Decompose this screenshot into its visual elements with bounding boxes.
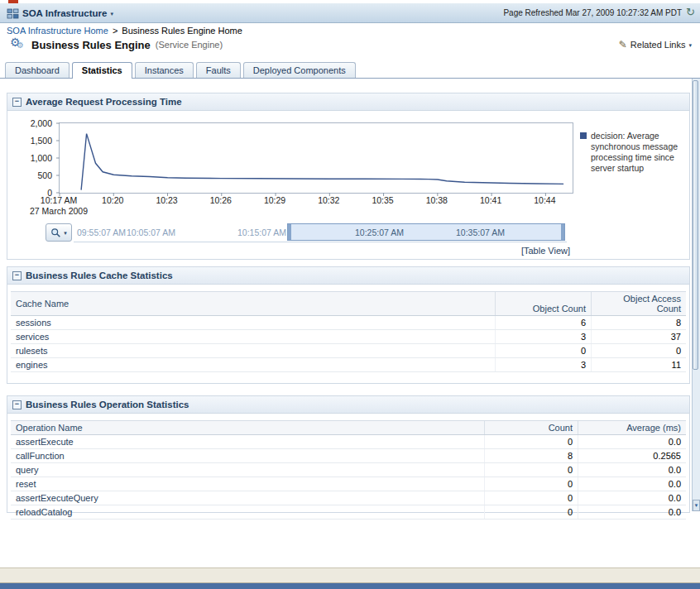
section-business-rules-operation-statistics: − Business Rules Operation Statistics Op…	[7, 395, 690, 513]
operation-table-header-row: Operation Name Count Average (ms)	[11, 421, 686, 435]
average-cell: 0.0	[578, 491, 687, 505]
average-cell: 0.0	[578, 463, 687, 477]
chart-plot	[59, 122, 573, 194]
cache-table-header-row: Cache Name Object Count Object Access Co…	[11, 292, 686, 316]
refresh-icon[interactable]: ↻	[686, 7, 695, 17]
magnifier-icon	[50, 227, 61, 238]
time-slider-row: ▾ 09:55:07 AM 10:05:07 AM 10:15:07 AM 10…	[7, 223, 689, 244]
zoom-menu-button[interactable]: ▾	[46, 223, 72, 242]
table-view-link[interactable]: [Table View]	[521, 246, 570, 256]
chevron-down-icon: ▾	[688, 42, 692, 48]
table-row: rulesets 0 0	[11, 344, 686, 358]
x-axis-label: 10:32	[318, 195, 339, 206]
operation-name-cell: callFunction	[11, 449, 485, 463]
average-cell: 0.0	[578, 435, 687, 449]
slider-time-label: 09:55:07 AM	[77, 227, 126, 237]
section-average-request-processing-time: − Average Request Processing Time 05001,…	[7, 93, 690, 260]
column-header-operation-name: Operation Name	[11, 421, 485, 435]
y-axis-label: 1,500	[31, 136, 52, 146]
chart-legend: decision: Average synchronous message pr…	[580, 131, 688, 175]
count-cell: 0	[485, 463, 578, 477]
x-axis-label: 10:26	[210, 195, 232, 206]
slider-time-label: 10:05:07 AM	[127, 227, 175, 237]
average-cell: 0.2565	[578, 449, 687, 463]
chevron-down-icon: ▾	[110, 11, 113, 17]
related-links-menu[interactable]: ✎ Related Links ▾	[619, 39, 692, 50]
y-axis-label: 2,000	[31, 118, 52, 128]
tab-statistics[interactable]: Statistics	[72, 62, 132, 79]
context-target-menu[interactable]: SOA Infrastructure ▾	[7, 6, 113, 21]
tab-faults[interactable]: Faults	[196, 62, 241, 78]
tab-deployed-components[interactable]: Deployed Components	[243, 62, 356, 78]
section-business-rules-cache-statistics: − Business Rules Cache Statistics Cache …	[7, 266, 690, 384]
operation-table: Operation Name Count Average (ms) assert…	[11, 420, 686, 520]
slider-time-label: 10:25:07 AM	[355, 227, 404, 237]
x-axis-label: 10:17 AM 27 March 2009	[30, 195, 88, 217]
section-title: Average Request Processing Time	[26, 97, 182, 107]
table-row: query 0 0.0	[11, 463, 686, 477]
footer-bar	[0, 567, 700, 583]
column-header-object-count: Object Count	[496, 292, 592, 316]
scrollbar-down-button[interactable]: ▼	[693, 500, 700, 511]
time-slider-selection[interactable]	[287, 223, 565, 241]
count-cell: 0	[485, 435, 578, 449]
count-cell: 0	[485, 491, 578, 505]
column-header-average-ms: Average (ms)	[578, 421, 687, 435]
operation-name-cell: reset	[11, 477, 485, 491]
chart-y-axis: 05001,0001,5002,000	[7, 122, 54, 192]
cache-name-cell: sessions	[11, 316, 496, 330]
section-header: − Business Rules Operation Statistics	[7, 396, 689, 414]
section-title: Business Rules Operation Statistics	[26, 400, 189, 409]
table-row: sessions 6 8	[11, 316, 686, 330]
operation-name-cell: query	[11, 463, 485, 477]
selection-left-handle[interactable]	[288, 224, 291, 240]
related-links-label: Related Links	[630, 40, 686, 50]
vertical-scrollbar[interactable]: ▼	[692, 79, 700, 511]
average-cell: 0.0	[578, 477, 687, 491]
page-title: Business Rules Engine	[31, 39, 151, 51]
average-cell: 0.0	[578, 505, 687, 520]
related-links-icon: ✎	[619, 39, 627, 50]
breadcrumb: SOA Infrastructure Home > Business Rules…	[7, 26, 242, 36]
tab-dashboard[interactable]: Dashboard	[5, 62, 70, 78]
object-count-cell: 0	[496, 344, 592, 358]
cache-table: Cache Name Object Count Object Access Co…	[11, 291, 686, 372]
x-axis-label: 10:35	[372, 195, 393, 206]
selection-right-handle[interactable]	[561, 224, 564, 240]
context-target-label: SOA Infrastructure	[22, 8, 107, 18]
collapse-icon[interactable]: −	[12, 98, 22, 107]
section-header: − Business Rules Cache Statistics	[7, 267, 689, 285]
page: SOA Infrastructure ▾ Page Refreshed Mar …	[0, 0, 700, 589]
top-bar: SOA Infrastructure ▾ Page Refreshed Mar …	[0, 3, 700, 23]
object-access-count-cell: 37	[592, 330, 687, 344]
column-header-count: Count	[485, 421, 578, 435]
count-cell: 0	[485, 505, 578, 520]
x-axis-label: 10:41	[480, 195, 501, 206]
y-axis-label: 1,000	[31, 153, 52, 163]
operation-table-wrapper: Operation Name Count Average (ms) assert…	[7, 414, 689, 520]
chart-area: 05001,0001,5002,000 10:17 AM 27 March 20…	[7, 111, 689, 223]
chart-x-axis: 10:17 AM 27 March 200910:2010:2310:2610:…	[59, 194, 572, 220]
soa-infrastructure-icon	[7, 7, 19, 20]
cache-name-cell: engines	[11, 358, 496, 372]
collapse-icon[interactable]: −	[12, 400, 22, 409]
page-refreshed-text: Page Refreshed Mar 27, 2009 10:27:32 AM …	[503, 8, 682, 17]
cache-name-cell: rulesets	[11, 344, 496, 358]
tab-instances[interactable]: Instances	[135, 62, 194, 78]
object-access-count-cell: 0	[592, 344, 687, 358]
collapse-icon[interactable]: −	[12, 271, 22, 280]
footer-accent-bar	[0, 583, 700, 589]
gear-small-icon: ⚙	[17, 41, 24, 50]
column-header-object-access-count: Object Access Count	[592, 292, 687, 316]
x-axis-label: 10:20	[102, 195, 123, 206]
object-access-count-cell: 11	[592, 358, 687, 372]
breadcrumb-link-soa-home[interactable]: SOA Infrastructure Home	[7, 26, 108, 36]
table-row: assertExecuteQuery 0 0.0	[11, 491, 686, 505]
page-header: ⚙ ⚙ Business Rules Engine (Service Engin…	[0, 37, 700, 55]
scrollbar-thumb[interactable]	[693, 80, 698, 370]
refresh-area: Page Refreshed Mar 27, 2009 10:27:32 AM …	[503, 7, 695, 17]
page-subtitle: (Service Engine)	[156, 40, 223, 50]
chart-line-series	[81, 134, 563, 190]
tab-bar: Dashboard Statistics Instances Faults De…	[0, 59, 700, 79]
object-count-cell: 3	[496, 358, 592, 372]
